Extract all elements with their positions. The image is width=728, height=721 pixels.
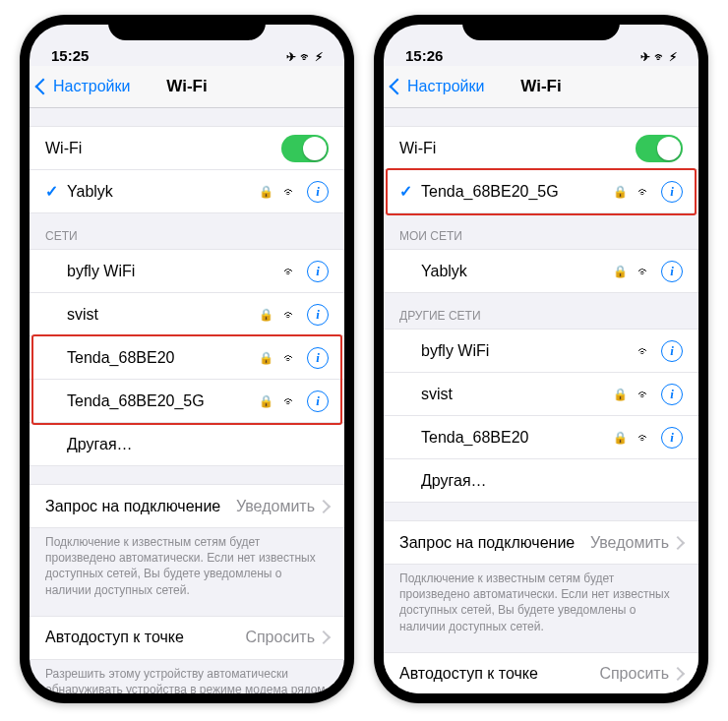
wifi-icon: ᯤ [283,307,297,323]
other-network-row[interactable]: Другая… [30,423,344,466]
wifi-icon: ᯤ [637,184,651,200]
ask-to-join-row[interactable]: Запрос на подключение Уведомить [384,520,698,565]
network-row[interactable]: Tenda_68BE20 🔒 ᯤ i [384,416,698,459]
lock-icon: 🔒 [259,351,273,365]
networks-header: СЕТИ [30,213,344,249]
network-ssid: Yablyk [399,263,613,280]
other-label: Другая… [399,472,683,490]
connected-ssid: Yablyk [67,183,259,201]
wifi-toggle[interactable] [636,135,683,162]
lock-icon: 🔒 [259,308,273,322]
network-row[interactable]: Tenda_68BE20_5G 🔒 ᯤ i [30,380,344,423]
status-time: 15:26 [405,47,443,64]
status-time: 15:25 [51,47,89,64]
check-icon: ✓ [45,182,61,201]
page-title: Wi-Fi [166,77,207,96]
ask-to-join-row[interactable]: Запрос на подключение Уведомить [30,484,344,528]
other-network-row[interactable]: Другая… [384,459,698,503]
content: Wi-Fi ✓ Yablyk 🔒 ᯤ i СЕТИ byfly WiFi [30,108,344,693]
info-icon[interactable]: i [307,261,329,282]
info-icon[interactable]: i [661,181,683,203]
network-ssid: byfly WiFi [399,342,637,360]
wifi-icon: ᯤ [283,350,297,366]
content: Wi-Fi ✓ Tenda_68BE20_5G 🔒 ᯤ i МОИ СЕТИ [384,108,698,693]
back-label: Настройки [53,78,130,95]
ask-label: Запрос на подключение [399,534,575,552]
info-icon[interactable]: i [307,347,329,369]
chevron-right-icon [671,667,685,681]
lock-icon: 🔒 [613,265,628,278]
hotspot-value: Спросить [599,665,669,683]
page-title: Wi-Fi [520,77,561,96]
chevron-left-icon [35,79,52,95]
lock-icon: 🔒 [613,185,628,199]
ask-value: Уведомить [236,498,315,515]
phone-right: 15:26 ✈︎ ᯤ ⚡︎ Настройки Wi-Fi Wi-Fi ✓ Te… [374,15,708,703]
network-ssid: Tenda_68BE20_5G [45,392,259,410]
back-button[interactable]: Настройки [30,78,130,95]
wifi-icon: ᯤ [637,387,651,402]
status-icons: ✈︎ ᯤ ⚡︎ [640,50,677,64]
wifi-icon: ᯤ [637,430,651,446]
lock-icon: 🔒 [259,394,273,408]
chevron-right-icon [317,631,331,644]
wifi-toggle[interactable] [281,135,329,162]
lock-icon: 🔒 [613,388,628,401]
chevron-right-icon [317,499,331,512]
info-icon[interactable]: i [307,181,329,203]
info-icon[interactable]: i [661,261,683,282]
check-icon: ✓ [399,182,415,201]
ask-value: Уведомить [590,534,669,552]
my-networks-header: МОИ СЕТИ [384,213,698,249]
wifi-toggle-row[interactable]: Wi-Fi [30,126,344,170]
other-label: Другая… [45,436,329,453]
ask-label: Запрос на подключение [45,498,220,515]
other-networks-header: ДРУГИЕ СЕТИ [384,293,698,329]
phone-left: 15:25 ✈︎ ᯤ ⚡︎ Настройки Wi-Fi Wi-Fi ✓ Ya… [20,15,354,703]
wifi-icon: ᯤ [637,264,651,279]
hotspot-label: Автодоступ к точке [399,665,538,683]
network-ssid: Tenda_68BE20 [45,349,259,367]
network-ssid: Tenda_68BE20 [399,429,613,447]
network-ssid: byfly WiFi [45,263,283,280]
hotspot-label: Автодоступ к точке [45,629,184,646]
wifi-label: Wi-Fi [45,140,281,157]
wifi-label: Wi-Fi [399,140,636,157]
network-row[interactable]: svist 🔒 ᯤ i [384,373,698,416]
info-icon[interactable]: i [661,427,683,449]
wifi-toggle-row[interactable]: Wi-Fi [384,126,698,170]
info-icon[interactable]: i [307,391,329,412]
hotspot-row[interactable]: Автодоступ к точке Спросить [384,652,698,693]
network-row[interactable]: byfly WiFi ᯤ i [30,249,344,293]
lock-icon: 🔒 [613,431,628,445]
status-icons: ✈︎ ᯤ ⚡︎ [286,50,323,64]
info-icon[interactable]: i [661,340,683,362]
chevron-left-icon [390,79,406,95]
network-ssid: svist [45,306,259,324]
network-row[interactable]: svist 🔒 ᯤ i [30,293,344,336]
navbar: Настройки Wi-Fi [30,66,344,108]
connected-ssid: Tenda_68BE20_5G [421,183,613,201]
wifi-icon: ᯤ [283,393,297,409]
my-network-row[interactable]: Yablyk 🔒 ᯤ i [384,249,698,293]
network-row[interactable]: byfly WiFi ᯤ i [384,329,698,373]
wifi-icon: ᯤ [283,184,297,200]
notch [462,15,620,40]
network-row[interactable]: Tenda_68BE20 🔒 ᯤ i [30,336,344,380]
info-icon[interactable]: i [307,304,329,326]
ask-footer: Подключение к известным сетям будет прои… [384,565,698,634]
chevron-right-icon [671,535,685,549]
notch [108,15,266,40]
lock-icon: 🔒 [259,185,273,199]
back-button[interactable]: Настройки [384,78,484,95]
screen: 15:26 ✈︎ ᯤ ⚡︎ Настройки Wi-Fi Wi-Fi ✓ Te… [384,25,698,693]
connected-network-row[interactable]: ✓ Yablyk 🔒 ᯤ i [30,170,344,213]
info-icon[interactable]: i [661,384,683,405]
hotspot-footer: Разрешить этому устройству автоматически… [30,660,344,693]
connected-network-row[interactable]: ✓ Tenda_68BE20_5G 🔒 ᯤ i [384,170,698,213]
hotspot-row[interactable]: Автодоступ к точке Спросить [30,616,344,660]
back-label: Настройки [407,78,484,95]
navbar: Настройки Wi-Fi [384,66,698,108]
network-ssid: svist [399,386,613,403]
screen: 15:25 ✈︎ ᯤ ⚡︎ Настройки Wi-Fi Wi-Fi ✓ Ya… [30,25,344,693]
